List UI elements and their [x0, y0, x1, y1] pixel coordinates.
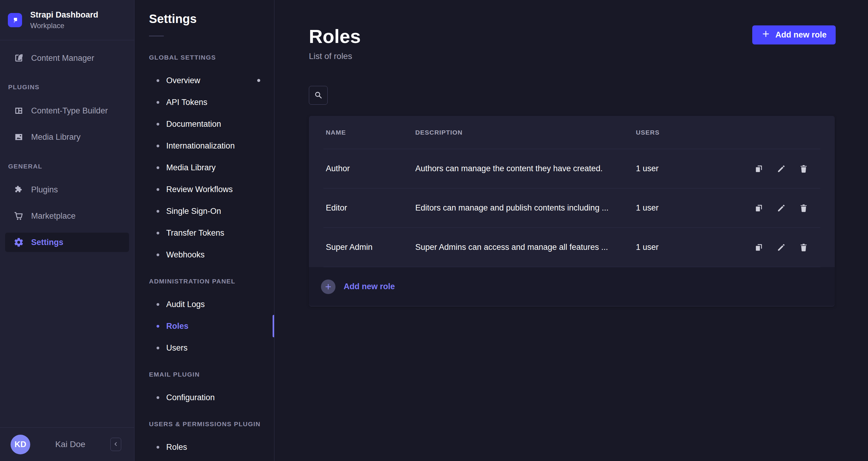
workspace-name: Workplace: [30, 22, 98, 30]
email-plugin-list: Configuration: [149, 386, 274, 408]
bullet-icon: [157, 254, 159, 256]
notification-dot-icon: [257, 79, 260, 82]
app-title: Strapi Dashboard: [30, 10, 98, 20]
roles-table: NAME DESCRIPTION USERS Author Authors ca…: [309, 116, 835, 307]
role-users-count: 1 user: [636, 242, 754, 252]
delete-role-button[interactable]: [799, 203, 809, 213]
subnav-item-single-sign-on[interactable]: Single Sign-On: [149, 200, 274, 222]
bullet-icon: [157, 232, 159, 234]
trash-icon: [799, 242, 808, 252]
role-name: Super Admin: [326, 242, 415, 252]
search-button[interactable]: [309, 86, 328, 105]
edit-role-button[interactable]: [776, 164, 786, 174]
content-manager-icon: [13, 53, 24, 63]
row-actions: [754, 203, 821, 213]
subnav-item-label: API Tokens: [166, 98, 207, 107]
edit-role-button[interactable]: [776, 203, 786, 213]
bullet-icon: [157, 347, 159, 349]
active-indicator: [273, 315, 274, 337]
duplicate-icon: [754, 164, 764, 174]
subnav-item-documentation[interactable]: Documentation: [149, 113, 274, 135]
settings-subnav: Settings GLOBAL SETTINGS Overview API To…: [134, 0, 274, 461]
edit-icon: [776, 164, 786, 174]
column-header-users: USERS: [636, 129, 754, 136]
trash-icon: [799, 203, 808, 213]
role-description: Editors can manage and publish contents …: [415, 203, 636, 213]
chevron-left-icon: [113, 441, 119, 448]
table-row-editor[interactable]: Editor Editors can manage and publish co…: [323, 189, 820, 228]
page-subtitle: List of roles: [309, 51, 361, 61]
subnav-section-users-permissions-plugin: USERS & PERMISSIONS PLUGIN: [149, 420, 274, 429]
bullet-icon: [157, 166, 159, 169]
footer-add-new-role[interactable]: Add new role: [309, 267, 835, 307]
delete-role-button[interactable]: [799, 164, 809, 174]
sidebar-item-media-library[interactable]: Media Library: [0, 127, 134, 147]
user-menu[interactable]: KD Kai Doe: [0, 427, 134, 461]
table-header-row: NAME DESCRIPTION USERS: [323, 116, 820, 149]
bullet-icon: [157, 325, 159, 327]
collapse-sidebar-button[interactable]: [110, 438, 121, 451]
subnav-item-transfer-tokens[interactable]: Transfer Tokens: [149, 222, 274, 244]
column-header-name: NAME: [326, 129, 415, 136]
row-actions: [754, 164, 821, 174]
subnav-item-users[interactable]: Users: [149, 337, 274, 359]
table-row-super-admin[interactable]: Super Admin Super Admins can access and …: [323, 228, 820, 267]
sidebar-section-plugins: PLUGINS: [0, 83, 134, 92]
subnav-section-administration-panel: ADMINISTRATION PANEL: [149, 277, 274, 286]
subnav-item-roles[interactable]: Roles: [149, 315, 274, 337]
sidebar-item-settings[interactable]: Settings: [5, 233, 129, 252]
subnav-item-label: Configuration: [166, 393, 215, 402]
subnav-item-up-roles[interactable]: Roles: [149, 436, 274, 458]
avatar: KD: [10, 435, 30, 454]
bullet-icon: [157, 188, 159, 191]
main-content: Roles List of roles Add new role: [274, 0, 868, 461]
subnav-item-audit-logs[interactable]: Audit Logs: [149, 293, 274, 315]
shopping-cart-icon: [13, 211, 24, 221]
duplicate-role-button[interactable]: [754, 164, 764, 174]
row-actions: [754, 242, 821, 253]
add-new-role-button[interactable]: Add new role: [752, 25, 836, 45]
bullet-icon: [157, 79, 159, 82]
edit-role-button[interactable]: [776, 242, 786, 253]
subnav-item-api-tokens[interactable]: API Tokens: [149, 91, 274, 113]
subnav-item-overview[interactable]: Overview: [149, 69, 274, 91]
bullet-icon: [157, 446, 159, 449]
page-header-text: Roles List of roles: [309, 25, 361, 61]
subnav-item-webhooks[interactable]: Webhooks: [149, 244, 274, 266]
subnav-item-label: Roles: [166, 321, 189, 331]
duplicate-role-button[interactable]: [754, 203, 764, 213]
sidebar-item-plugins[interactable]: Plugins: [0, 180, 134, 199]
sidebar-item-label: Plugins: [31, 185, 58, 195]
subnav-item-media-library[interactable]: Media Library: [149, 157, 274, 178]
page-title: Roles: [309, 25, 361, 47]
global-settings-list: Overview API Tokens Documentation Intern…: [149, 69, 274, 266]
duplicate-icon: [754, 203, 764, 213]
bullet-icon: [157, 396, 159, 399]
brand-home-link[interactable]: Strapi Dashboard Workplace: [0, 0, 134, 40]
subnav-divider: [149, 36, 164, 36]
app-nav: Content Manager PLUGINS Content-Type Bui…: [0, 40, 134, 427]
role-description: Authors can manage the content they have…: [415, 164, 636, 173]
sidebar-item-label: Content-Type Builder: [31, 106, 108, 116]
subnav-title: Settings: [149, 12, 274, 25]
subnav-item-internationalization[interactable]: Internationalization: [149, 135, 274, 157]
role-users-count: 1 user: [636, 164, 754, 173]
subnav-item-review-workflows[interactable]: Review Workflows: [149, 178, 274, 200]
sidebar-section-general: GENERAL: [0, 162, 134, 171]
subnav-item-label: Transfer Tokens: [166, 228, 224, 238]
subnav-item-configuration[interactable]: Configuration: [149, 386, 274, 408]
strapi-logo-icon: [8, 13, 22, 27]
user-name: Kai Doe: [30, 439, 110, 449]
sidebar-item-content-manager[interactable]: Content Manager: [0, 49, 134, 68]
puzzle-icon: [13, 184, 24, 195]
subnav-item-label: Single Sign-On: [166, 207, 221, 216]
sidebar-item-content-type-builder[interactable]: Content-Type Builder: [0, 101, 134, 120]
duplicate-role-button[interactable]: [754, 242, 764, 253]
brand-text: Strapi Dashboard Workplace: [30, 10, 98, 30]
subnav-item-label: Internationalization: [166, 141, 235, 151]
sidebar-item-marketplace[interactable]: Marketplace: [0, 206, 134, 226]
sidebar-item-label: Media Library: [31, 133, 81, 142]
subnav-item-label: Documentation: [166, 119, 221, 129]
delete-role-button[interactable]: [799, 242, 809, 253]
table-row-author[interactable]: Author Authors can manage the content th…: [323, 149, 820, 189]
